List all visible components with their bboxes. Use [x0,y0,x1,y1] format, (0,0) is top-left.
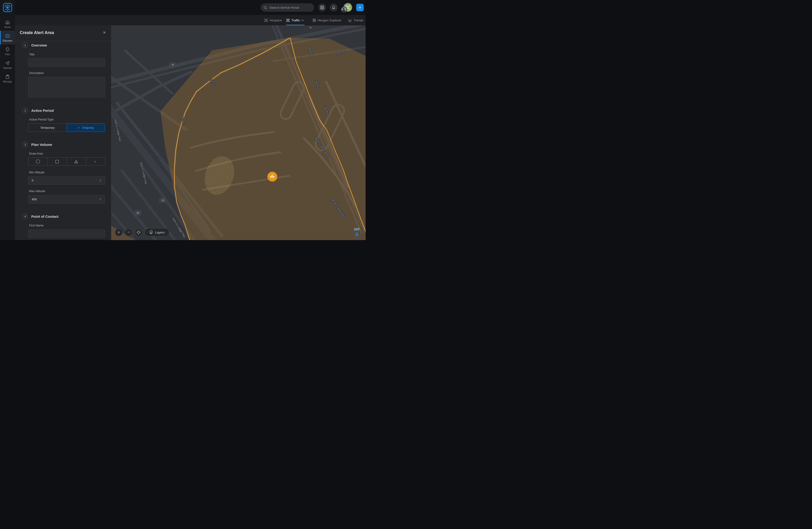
svg-text:10: 10 [136,211,139,214]
draw-polygon-button[interactable] [67,158,86,165]
map-pin-icon [5,47,10,52]
clipboard-icon [5,74,10,79]
max-altitude-label: Max Altitude [29,190,45,193]
section-overview: 1 Overview [22,42,47,48]
section-plan-volume: 3 Plan Volume [22,142,52,147]
panel-title: Create Alert Area [20,30,54,35]
highway-shield: 10 [160,198,166,203]
check-icon: ✓ [94,160,97,163]
close-button[interactable]: ✕ [102,30,107,35]
trends-chart-icon [348,18,352,22]
map-icon [5,33,10,39]
bell-icon [332,6,335,10]
title-input[interactable] [28,58,105,67]
plus-icon: + [118,230,120,235]
draw-circle-button[interactable] [28,158,48,165]
title-label: Title [29,53,34,56]
highway-shield: 75 [170,63,176,67]
sidebar-item-home[interactable]: Home [0,17,15,31]
draw-area-label: Draw Area [29,152,43,155]
tab-airspace[interactable]: Airspace [264,15,282,25]
map-canvas[interactable]: 75 10 10 W 3rd Ave 3rd Ave 3rd Ave Plum … [111,25,366,240]
draw-rectangle-button[interactable] [48,158,67,165]
apps-grid-button[interactable] [318,3,326,12]
create-alert-area-panel: Create Alert Area ✕ 1 Overview Title Des… [15,25,111,240]
active-tab-underline [286,25,304,25]
section-point-of-contact: 4 Point of Contact [22,214,58,219]
locate-icon [136,230,141,234]
sidebar-item-manage[interactable]: Manage [0,72,15,85]
layers-icon [149,231,153,234]
max-altitude-input[interactable] [28,195,105,203]
global-search[interactable] [261,3,314,12]
min-altitude-unit: ft [100,179,101,182]
sidebar-item-operate[interactable]: Operate [0,58,15,72]
map-region[interactable]: 75 10 10 W 3rd Ave 3rd Ave 3rd Ave Plum … [111,25,366,240]
draw-area-toolbar: ✓ [28,157,105,166]
section-title: Overview [31,43,47,47]
tab-hexgen-explorer[interactable]: Hexgen Explorer [313,15,342,25]
section-active-period: 2 Active Period [22,107,54,113]
description-label: Description [29,71,44,75]
event-marker[interactable] [267,172,277,181]
create-new-button[interactable]: + [356,4,364,11]
sidebar-item-plan[interactable]: Plan [0,44,15,58]
step-number: 2 [22,107,28,113]
triangle-shape-icon [74,160,78,163]
minus-icon: − [128,230,130,235]
svg-text:75: 75 [171,64,174,67]
user-avatar[interactable] [341,6,347,13]
search-input[interactable] [269,6,310,10]
send-icon [5,61,10,66]
ongoing-button[interactable]: ✓ Ongoing [67,123,105,132]
hexgen-grid-icon [313,18,316,22]
step-number: 1 [22,42,28,48]
apps-grid-icon [320,6,324,10]
section-title: Point of Contact [31,215,58,219]
max-altitude-unit: ft [100,197,101,201]
min-altitude-input[interactable] [28,176,105,185]
step-number: 3 [22,142,28,147]
active-period-type-label: Active Period Type [29,118,54,121]
layers-button[interactable]: Layers [145,228,170,237]
tab-trends[interactable]: Trends [348,15,363,25]
circle-shape-icon [36,160,40,163]
panel-header: Create Alert Area ✕ [15,25,111,41]
check-icon: ✓ [78,126,81,129]
map-mode-nav: Airspace Traffic Hexgen Explorer Trends [15,15,366,25]
compass-altitude: 214' [354,227,360,231]
section-title: Active Period [31,108,54,113]
primary-sidebar: Home Discover Plan Operate [0,0,15,240]
app-logo[interactable] [0,0,15,17]
tab-traffic[interactable]: Traffic [286,15,304,25]
drone-icon [264,18,268,22]
chevron-down-icon [301,18,304,21]
square-shape-icon [56,160,59,163]
temporary-button[interactable]: Temporary [28,123,67,132]
zoom-in-button[interactable]: + [115,229,122,236]
map-controls: + − Layers [115,228,170,237]
svg-text:10: 10 [161,199,164,202]
search-icon [264,6,267,10]
top-bar: + [15,0,366,15]
locate-button[interactable] [135,229,142,236]
section-title: Plan Volume [31,143,52,147]
airhub-portal-app: 75 10 10 W 3rd Ave 3rd Ave 3rd Ave Plum … [0,0,366,240]
step-number: 4 [22,214,28,219]
active-period-type-toggle: Temporary ✓ Ongoing [28,123,105,132]
zoom-out-button[interactable]: − [125,229,132,236]
description-input[interactable] [28,77,105,98]
airhub-logo-icon [3,3,12,13]
home-icon [5,20,10,25]
first-name-input[interactable] [28,230,105,238]
min-altitude-label: Min Altitude [29,171,44,174]
sidebar-item-discover[interactable]: Discover [0,31,15,44]
drone-icon [286,18,290,22]
first-name-label: First Name [29,224,43,227]
layers-label: Layers [155,231,165,234]
highway-shield: 10 [135,211,141,215]
draw-confirm-button[interactable]: ✓ [86,158,105,165]
notifications-button[interactable] [330,3,338,12]
